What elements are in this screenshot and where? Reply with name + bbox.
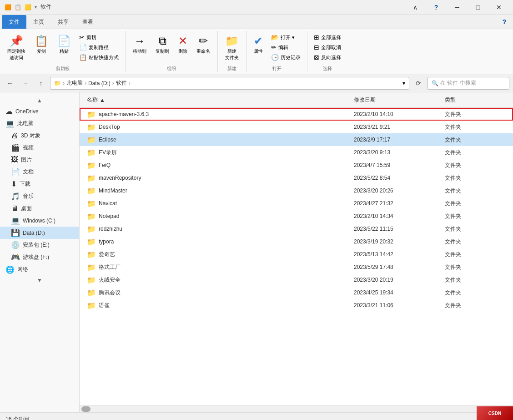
sidebar-label-3d: 3D 对象	[21, 132, 40, 140]
edit-button[interactable]: ✏ 编辑	[268, 43, 303, 52]
sidebar-scroll-up[interactable]: ▲	[0, 96, 79, 105]
ribbon-tabs: 文件 主页 共享 查看 ?	[0, 15, 513, 29]
file-name: MindMaster	[99, 187, 127, 194]
sidebar-item-pictures[interactable]: 🖼 图片	[0, 154, 79, 166]
sidebar-item-game-f[interactable]: 🎮 游戏盘 (F:)	[0, 251, 79, 263]
tab-view[interactable]: 查看	[75, 15, 100, 29]
file-row[interactable]: 📁EV录屏2023/3/20 9:13文件夹	[80, 146, 513, 159]
copy-path-icon: 📄	[79, 44, 87, 51]
move-icon: →	[134, 35, 145, 47]
back-button[interactable]: ←	[4, 77, 16, 90]
file-date-cell: 2023/3/21 9:21	[350, 123, 441, 131]
sidebar-item-3d[interactable]: 🖨 3D 对象	[0, 130, 79, 142]
file-name-cell: 📁MindMaster	[83, 186, 350, 196]
file-row[interactable]: 📁爱奇艺2023/5/13 14:42文件夹	[80, 248, 513, 261]
search-box[interactable]: 🔍 在 软件 中搜索	[428, 77, 509, 90]
file-type-cell: 文件夹	[441, 224, 509, 234]
file-date-cell: 2023/2/9 17:17	[350, 136, 441, 144]
file-row[interactable]: 📁FeiQ2023/4/7 15:59文件夹	[80, 159, 513, 172]
tab-home[interactable]: 主页	[26, 15, 51, 29]
tab-share[interactable]: 共享	[51, 15, 75, 29]
refresh-button[interactable]: ⟳	[412, 77, 425, 90]
header-date[interactable]: 修改日期	[350, 94, 441, 106]
folder-icon: 📁	[87, 276, 96, 284]
file-row[interactable]: 📁腾讯会议2023/4/25 19:34文件夹	[80, 286, 513, 299]
sidebar-item-this-pc[interactable]: 💻 此电脑	[0, 117, 79, 130]
sidebar-scroll-down[interactable]: ▼	[0, 276, 79, 285]
ribbon-help-icon[interactable]: ?	[498, 15, 511, 29]
header-type[interactable]: 类型	[441, 94, 509, 106]
sidebar-item-onedrive[interactable]: ☁ OneDrive	[0, 105, 79, 117]
sidebar-item-data-d[interactable]: 💾 Data (D:)	[0, 227, 79, 239]
file-row[interactable]: 📁Navicat2023/4/27 21:32文件夹	[80, 197, 513, 210]
open-button[interactable]: 📂 打开 ▾	[268, 33, 303, 42]
game-f-icon: 🎮	[11, 253, 20, 262]
rename-button[interactable]: ✏ 重命名	[193, 33, 214, 56]
properties-button[interactable]: ✔ 属性	[250, 33, 267, 56]
file-row[interactable]: 📁typora2023/3/19 20:32文件夹	[80, 235, 513, 248]
delete-button[interactable]: ✕ 删除	[175, 33, 191, 56]
file-date-cell: 2023/3/20 9:13	[350, 148, 441, 157]
move-to-button[interactable]: → 移动到	[129, 33, 150, 56]
up-button[interactable]: ↑	[35, 77, 47, 90]
path-software[interactable]: 软件	[116, 79, 127, 87]
file-row[interactable]: 📁mavenRepository2023/5/22 8:54文件夹	[80, 172, 513, 184]
file-row[interactable]: 📁DeskTop2023/3/21 9:21文件夹	[80, 121, 513, 133]
minimize-button[interactable]: ─	[447, 0, 468, 15]
invert-selection-button[interactable]: ⊠ 反向选择	[311, 53, 344, 62]
file-row[interactable]: 📁MindMaster2023/3/20 20:26文件夹	[80, 184, 513, 197]
sidebar-item-desktop[interactable]: 🖥 桌面	[0, 202, 79, 214]
expand-button[interactable]: ∧	[405, 0, 426, 15]
forward-button[interactable]: →	[19, 77, 32, 90]
file-row[interactable]: 📁apache-maven-3.6.32023/2/10 14:10文件夹	[80, 108, 513, 121]
file-row[interactable]: 📁Eclipse2023/2/9 17:17文件夹	[80, 133, 513, 146]
help-button[interactable]: ?	[426, 0, 447, 15]
paste-button[interactable]: 📄 粘贴	[54, 33, 75, 56]
watermark: CSDN	[477, 406, 513, 420]
file-list-area: 名称 ▲ 修改日期 类型 📁apache-maven-3.6.32023/2/1…	[80, 92, 513, 412]
app-icon-1: 🟧	[4, 3, 12, 11]
horizontal-scrollbar[interactable]	[80, 405, 513, 412]
paste-shortcut-button[interactable]: 📋 粘贴快捷方式	[76, 53, 121, 62]
file-name-cell: 📁Notepad	[83, 211, 350, 222]
copy-to-button[interactable]: ⧉ 复制到	[152, 33, 173, 56]
tab-file[interactable]: 文件	[2, 15, 26, 29]
path-data-d[interactable]: Data (D:)	[88, 80, 111, 86]
sidebar-item-docs[interactable]: 📄 文档	[0, 166, 79, 178]
file-row[interactable]: 📁语雀2023/3/21 11:06文件夹	[80, 299, 513, 312]
pin-quick-access-button[interactable]: 📌 固定到快速访问	[4, 33, 29, 63]
file-name: EV录屏	[99, 149, 117, 157]
file-list-scroll[interactable]: 📁apache-maven-3.6.32023/2/10 14:10文件夹📁De…	[80, 108, 513, 405]
deselect-all-button[interactable]: ⊟ 全部取消	[311, 43, 344, 52]
sidebar-item-music[interactable]: 🎵 音乐	[0, 190, 79, 202]
file-row[interactable]: 📁火绒安全2023/3/20 20:19文件夹	[80, 273, 513, 286]
rename-icon: ✏	[199, 35, 208, 47]
file-row[interactable]: 📁Notepad2023/2/10 14:34文件夹	[80, 210, 513, 223]
sidebar-label-desktop: 桌面	[21, 205, 32, 213]
new-folder-button[interactable]: 📁 新建文件夹	[221, 33, 242, 63]
header-name[interactable]: 名称 ▲	[83, 94, 350, 106]
sidebar-item-win-c[interactable]: 💻 Windows (C:)	[0, 214, 79, 227]
organize-group-content: → 移动到 ⧉ 复制到 ✕ 删除 ✏ 重命名	[129, 31, 214, 65]
copy-path-button[interactable]: 📄 复制路径	[76, 43, 121, 52]
path-this-pc[interactable]: 此电脑	[66, 79, 83, 87]
copy-button[interactable]: 📋 复制	[31, 33, 52, 56]
history-button[interactable]: 🕒 历史记录	[268, 53, 303, 62]
sidebar-item-install-e[interactable]: 💿 安装包 (E:)	[0, 239, 79, 251]
folder-icon: 📁	[87, 212, 96, 221]
file-date-cell: 2023/4/7 15:59	[350, 161, 441, 169]
maximize-button[interactable]: □	[468, 0, 488, 15]
3d-icon: 🖨	[11, 132, 18, 140]
folder-icon: 📁	[87, 174, 96, 182]
select-all-button[interactable]: ⊞ 全部选择	[311, 33, 344, 42]
sidebar-item-network[interactable]: 🌐 网络	[0, 263, 79, 276]
sidebar-item-video[interactable]: 🎬 视频	[0, 142, 79, 154]
file-name-cell: 📁FeiQ	[83, 160, 350, 171]
address-path[interactable]: 📁 › 此电脑 › Data (D:) › 软件 › ▾	[50, 77, 409, 90]
file-row[interactable]: 📁redzhizhu2023/5/22 11:15文件夹	[80, 223, 513, 235]
close-button[interactable]: ✕	[488, 0, 509, 15]
file-row[interactable]: 📁格式工厂2023/5/29 17:48文件夹	[80, 261, 513, 273]
sidebar-label-network: 网络	[17, 266, 28, 273]
cut-button[interactable]: ✂ 剪切	[76, 33, 121, 42]
sidebar-item-downloads[interactable]: ⬇ 下载	[0, 178, 79, 190]
